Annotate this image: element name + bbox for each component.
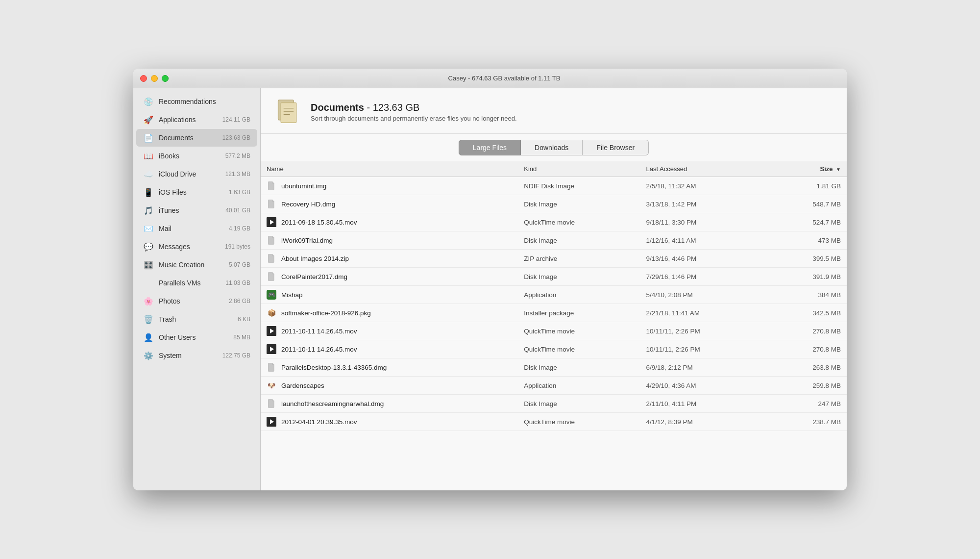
col-header-name[interactable]: Name [261,161,518,177]
sidebar-item-applications[interactable]: 🚀Applications124.11 GB [136,111,257,128]
sidebar-item-parallels-vms[interactable]: Parallels VMs11.03 GB [136,274,257,292]
sidebar-size-icloud-drive: 121.3 MB [225,171,250,178]
file-icon [267,254,276,263]
sidebar-label-parallels-vms: Parallels VMs [159,279,220,287]
file-name: ParallelsDesktop-13.3.1-43365.dmg [281,364,387,371]
file-name: softmaker-office-2018-926.pkg [281,309,371,317]
file-kind: Disk Image [518,358,640,377]
file-size: 270.8 MB [768,322,847,340]
table-row[interactable]: 🎮MishapApplication5/4/10, 2:08 PM384 MB [261,286,847,304]
file-kind: QuickTime movie [518,413,640,431]
sidebar-item-documents[interactable]: 📄Documents123.63 GB [136,129,257,147]
col-header-size[interactable]: Size ▼ [768,161,847,177]
file-size: 548.7 MB [768,195,847,213]
sidebar-item-system[interactable]: ⚙️System122.75 GB [136,347,257,364]
table-row[interactable]: launchofthescreamingnarwhal.dmgDisk Imag… [261,395,847,413]
sidebar-item-mail[interactable]: ✉️Mail4.19 GB [136,220,257,237]
file-name-cell: 🐶Gardenscapes [261,377,518,395]
sidebar-label-other-users: Other Users [159,333,228,341]
header-description: Sort through documents and permanently e… [311,115,517,122]
sidebar-item-messages[interactable]: 💬Messages191 bytes [136,238,257,255]
file-name: iWork09Trial.dmg [281,237,333,244]
file-last-accessed: 9/18/11, 3:30 PM [640,213,769,231]
tab-downloads[interactable]: Downloads [521,140,583,155]
file-size: 524.7 MB [768,213,847,231]
file-last-accessed: 9/13/16, 4:46 PM [640,250,769,268]
sidebar-label-itunes: iTunes [159,206,220,214]
sidebar-size-applications: 124.11 GB [222,116,250,123]
file-last-accessed: 3/13/18, 1:42 PM [640,195,769,213]
file-name-cell: launchofthescreamingnarwhal.dmg [261,395,518,413]
table-row[interactable]: 2012-04-01 20.39.35.movQuickTime movie4/… [261,413,847,431]
tab-file-browser[interactable]: File Browser [583,140,649,155]
sidebar-item-music-creation[interactable]: 🎛️Music Creation5.07 GB [136,256,257,274]
file-size: 399.5 MB [768,250,847,268]
file-name-cell: 2012-04-01 20.39.35.mov [261,413,518,431]
itunes-icon: 🎵 [143,205,154,216]
sidebar-item-ibooks[interactable]: 📖iBooks577.2 MB [136,147,257,165]
file-last-accessed: 7/29/16, 1:46 PM [640,268,769,286]
file-icon: 📦 [267,308,276,318]
sidebar-item-other-users[interactable]: 👤Other Users85 MB [136,329,257,346]
close-button[interactable] [140,75,147,82]
file-kind: Disk Image [518,195,640,213]
tab-large-files[interactable]: Large Files [459,140,521,155]
titlebar: Casey - 674.63 GB available of 1.11 TB [133,69,847,88]
file-last-accessed: 4/29/10, 4:36 AM [640,377,769,395]
table-row[interactable]: ParallelsDesktop-13.3.1-43365.dmgDisk Im… [261,358,847,377]
file-name: 2011-09-18 15.30.45.mov [281,219,357,226]
maximize-button[interactable] [162,75,169,82]
col-header-last-accessed[interactable]: Last Accessed [640,161,769,177]
ibooks-icon: 📖 [143,151,154,161]
section-icon [274,98,302,126]
mail-icon: ✉️ [143,223,154,234]
file-kind: ZIP archive [518,250,640,268]
col-header-kind[interactable]: Kind [518,161,640,177]
file-icon [267,399,276,408]
icloud-drive-icon: ☁️ [143,169,154,179]
table-row[interactable]: CorelPainter2017.dmgDisk Image7/29/16, 1… [261,268,847,286]
file-last-accessed: 2/21/18, 11:41 AM [640,304,769,322]
file-name-cell: 2011-10-11 14.26.45.mov [261,322,518,340]
file-name-cell: ubuntumint.img [261,177,518,195]
table-row[interactable]: 2011-10-11 14.26.45.movQuickTime movie10… [261,340,847,358]
file-icon [267,326,276,336]
file-last-accessed: 10/11/11, 2:26 PM [640,322,769,340]
sidebar: 💿Recommendations🚀Applications124.11 GB📄D… [133,88,261,490]
sidebar-label-recommendations: Recommendations [159,98,250,105]
sidebar-label-ibooks: iBooks [159,152,220,160]
system-icon: ⚙️ [143,350,154,361]
sidebar-item-recommendations[interactable]: 💿Recommendations [136,93,257,110]
file-size: 259.8 MB [768,377,847,395]
sidebar-label-trash: Trash [159,315,233,323]
sidebar-size-other-users: 85 MB [233,334,250,341]
sidebar-item-trash[interactable]: 🗑️Trash6 KB [136,310,257,328]
table-row[interactable]: ubuntumint.imgNDIF Disk Image2/5/18, 11:… [261,177,847,195]
documents-icon: 📄 [143,132,154,143]
recommendations-icon: 💿 [143,96,154,107]
sidebar-item-icloud-drive[interactable]: ☁️iCloud Drive121.3 MB [136,165,257,183]
file-icon: 🎮 [267,290,276,300]
table-row[interactable]: 2011-10-11 14.26.45.movQuickTime movie10… [261,322,847,340]
table-row[interactable]: 🐶GardenscapesApplication4/29/10, 4:36 AM… [261,377,847,395]
table-row[interactable]: About Images 2014.zipZIP archive9/13/16,… [261,250,847,268]
file-kind: Installer package [518,304,640,322]
window-title: Casey - 674.63 GB available of 1.11 TB [169,75,840,82]
minimize-button[interactable] [151,75,158,82]
file-table-container[interactable]: Name Kind Last Accessed Size ▼ ubuntumin… [261,161,847,490]
header-title: Documents - 123.63 GB [311,102,517,113]
file-name-cell: About Images 2014.zip [261,250,518,268]
sidebar-item-photos[interactable]: 🌸Photos2.86 GB [136,292,257,310]
sidebar-item-itunes[interactable]: 🎵iTunes40.01 GB [136,202,257,219]
app-window: Casey - 674.63 GB available of 1.11 TB 💿… [133,69,847,490]
sidebar-label-applications: Applications [159,116,218,124]
file-kind: Application [518,286,640,304]
table-row[interactable]: 2011-09-18 15.30.45.movQuickTime movie9/… [261,213,847,231]
file-icon [267,181,276,191]
table-row[interactable]: Recovery HD.dmgDisk Image3/13/18, 1:42 P… [261,195,847,213]
sidebar-item-ios-files[interactable]: 📱iOS Files1.63 GB [136,183,257,201]
tab-bar: Large FilesDownloadsFile Browser [261,134,847,161]
file-size: 270.8 MB [768,340,847,358]
table-row[interactable]: 📦softmaker-office-2018-926.pkgInstaller … [261,304,847,322]
table-row[interactable]: iWork09Trial.dmgDisk Image1/12/16, 4:11 … [261,231,847,250]
